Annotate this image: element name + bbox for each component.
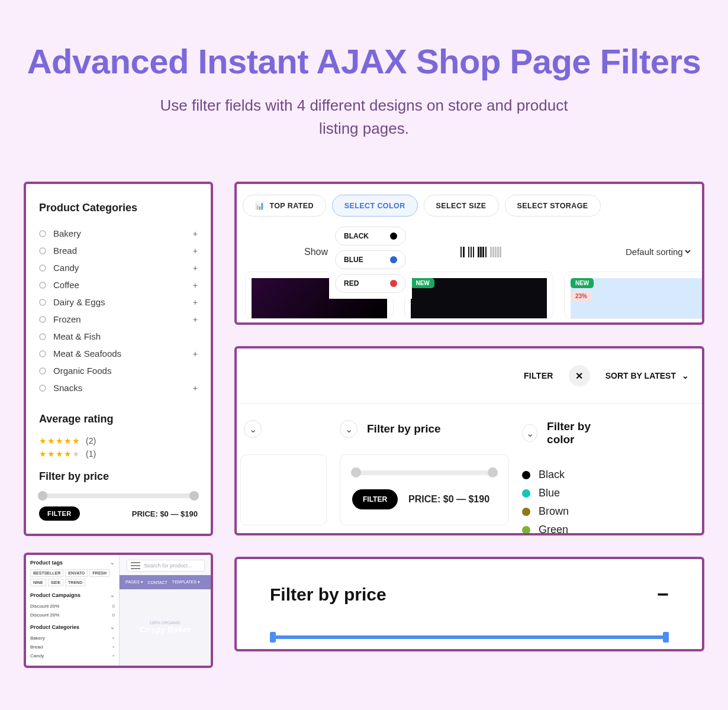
sort-select[interactable]: Default sorting [623,246,692,257]
new-badge: NEW [411,278,434,288]
collapse-icon[interactable]: − [657,583,669,606]
hero-banner: 100% ORGANIC Crispy Baker [120,589,211,666]
product-card[interactable]: NEW23% [564,272,704,319]
tag[interactable]: ENVATO [65,569,88,577]
category-item[interactable]: Coffee+ [39,276,198,293]
nav-item[interactable]: CONTACT [148,580,167,585]
search-input[interactable]: Search for product... [127,560,205,572]
color-item[interactable]: Blue [522,487,611,499]
expand-icon[interactable]: + [193,229,198,238]
new-badge: NEW [571,278,594,288]
chevron-down-icon[interactable]: ⌄ [522,424,537,442]
product-campaigns-heading[interactable]: Product Campaigns⌄ [30,592,115,598]
filter-by-price-heading: Filter by price [270,585,386,605]
rating-row[interactable]: ★★★★★(2) [39,436,198,446]
expand-icon[interactable]: + [193,349,198,359]
select-color-button[interactable]: SELECT COLOR [332,195,418,217]
top-rated-button[interactable]: 📊TOP RATED [243,195,326,217]
filter-label: FILTER [524,371,553,380]
category-item[interactable]: Bread+ [39,242,198,259]
select-size-button[interactable]: SELECT SIZE [424,195,499,217]
color-item[interactable]: Green [522,524,611,535]
avg-rating-heading: Average rating [39,413,198,425]
mini-filters-card: Product tags⌄ BESTSELLERENVATOFRESHNINES… [24,553,213,668]
category-item[interactable]: Snacks+ [39,379,198,396]
category-item[interactable]: Meat & Fish [39,328,198,345]
color-dropdown: BLACKBLUERED [329,221,412,299]
sort-by-latest[interactable]: SORT BY LATEST⌄ [605,371,689,380]
color-option[interactable]: BLUE [335,250,406,269]
price-slider[interactable] [270,635,669,639]
chevron-down-icon[interactable]: ⌄ [340,420,357,438]
tag[interactable]: BESTSELLER [30,569,63,577]
chart-icon: 📊 [255,201,265,210]
product-card[interactable]: NEW [404,272,553,319]
page-subtitle: Use filter fields with 4 different desig… [151,94,577,140]
nav-item[interactable]: PAGES ▾ [125,580,143,585]
expand-icon[interactable]: + [193,383,198,393]
filter-button[interactable]: FILTER [352,489,398,509]
sidebar-filters-card: Product Categories Bakery+Bread+Candy+Co… [24,182,213,536]
price-range-text: PRICE: $0 — $190 [132,509,198,518]
tag[interactable]: SIDE [48,579,63,586]
filter-box [240,454,327,525]
category-item[interactable]: Candy+ [39,259,198,276]
grid-view-icons[interactable] [460,247,501,257]
expand-icon[interactable]: + [193,246,198,256]
expand-icon[interactable]: + [193,298,198,307]
filter-by-color-heading: Filter by color [547,420,611,446]
rating-row[interactable]: ★★★★★(1) [39,449,198,459]
dropdown-filters-card: 📊TOP RATED SELECT COLOR SELECT SIZE SELE… [234,182,704,325]
expand-icon[interactable]: + [193,263,198,273]
nav-item[interactable]: TEMPLATES ▾ [172,580,200,585]
select-storage-button[interactable]: SELECT STORAGE [505,195,601,217]
category-item[interactable]: Dairy & Eggs+ [39,293,198,311]
price-slider-card: Filter by price − [234,557,704,651]
filter-by-price-heading: Filter by price [367,422,441,435]
close-icon[interactable]: ✕ [569,365,590,386]
color-option[interactable]: BLACK [335,227,406,246]
expand-icon[interactable]: + [193,315,198,324]
filter-button[interactable]: FILTER [39,506,80,521]
expand-icon[interactable]: + [193,280,198,290]
tag[interactable]: FRESH [89,569,109,577]
categories-heading: Product Categories [39,202,198,214]
category-item[interactable]: Meat & Seafoods+ [39,345,198,362]
discount-badge: 23% [571,291,592,301]
menu-icon [131,562,140,569]
color-item[interactable]: Brown [522,505,611,518]
category-item[interactable]: Bakery+ [39,225,198,242]
category-item[interactable]: Bread+ [30,643,115,651]
page-title: Advanced Instant AJAX Shop Page Filters [24,41,704,81]
price-slider[interactable] [39,493,198,498]
chevron-down-icon: ⌄ [682,371,689,380]
product-categories-heading[interactable]: Product Categories⌄ [30,624,115,630]
campaign-item[interactable]: Discount 20%0 [30,602,115,611]
filter-price-heading: Filter by price [39,470,198,483]
product-tags-heading[interactable]: Product tags⌄ [30,560,115,566]
price-range-text: PRICE: $0 — $190 [408,494,489,505]
category-item[interactable]: Organic Foods [39,362,198,379]
category-item[interactable]: Frozen+ [39,311,198,328]
campaign-item[interactable]: Discount 28%0 [30,611,115,619]
category-item[interactable]: Candy+ [30,651,115,660]
tag[interactable]: TREND [65,579,85,586]
price-slider[interactable] [352,470,497,475]
chevron-down-icon[interactable]: ⌄ [244,420,262,438]
accordion-filters-card: FILTER ✕ SORT BY LATEST⌄ ⌄ ⌄Filter by pr… [234,346,704,535]
color-item[interactable]: Black [522,469,611,481]
color-option[interactable]: RED [335,274,406,293]
top-nav[interactable]: PAGES ▾CONTACTTEMPLATES ▾ [120,575,211,589]
category-item[interactable]: Bakery+ [30,634,115,643]
tag[interactable]: NINE [30,579,46,586]
